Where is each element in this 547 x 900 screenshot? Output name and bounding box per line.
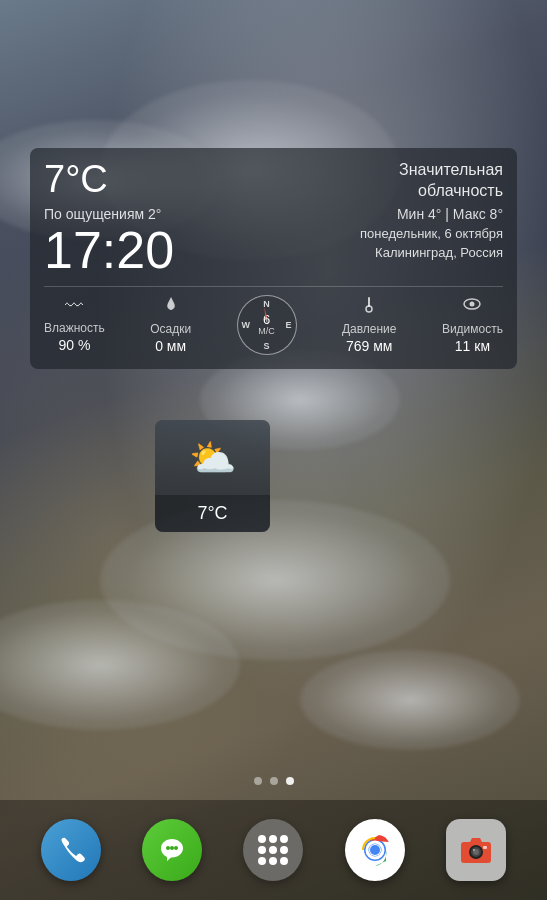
svg-rect-16 — [483, 846, 487, 849]
visibility-stat: Видимость 11 км — [442, 295, 503, 354]
phone-icon — [41, 819, 101, 881]
chrome-app[interactable] — [345, 820, 405, 880]
page-dot-1[interactable] — [254, 777, 262, 785]
weather-description: Значительная облачность — [343, 160, 503, 202]
pressure-icon — [360, 295, 378, 318]
all-apps[interactable] — [243, 820, 303, 880]
small-cloud-icon: ⛅ — [189, 436, 236, 480]
page-dot-3[interactable] — [286, 777, 294, 785]
compass-west: W — [242, 320, 251, 330]
humidity-stat: 〰 Влажность 90 % — [44, 296, 105, 353]
svg-point-10 — [370, 845, 380, 855]
feels-like: По ощущениям 2° — [44, 206, 161, 222]
svg-point-4 — [166, 846, 170, 850]
min-max-temp: Мин 4° | Макс 8° — [397, 206, 503, 222]
compass-south: S — [264, 341, 270, 351]
svg-point-3 — [470, 302, 475, 307]
svg-point-5 — [170, 846, 174, 850]
small-widget-temperature: 7°C — [155, 495, 270, 532]
svg-point-6 — [174, 846, 178, 850]
cloud-bg-6 — [300, 650, 520, 750]
svg-point-15 — [473, 849, 475, 851]
humidity-icon: 〰 — [65, 296, 83, 317]
apps-grid-icon — [243, 819, 303, 881]
precipitation-icon — [162, 295, 180, 318]
compass-east: E — [286, 320, 292, 330]
chrome-icon — [345, 819, 405, 881]
date-location: понедельник, 6 октября Калининград, Росс… — [360, 224, 503, 263]
page-dot-2[interactable] — [270, 777, 278, 785]
main-temperature: 7°C — [44, 160, 108, 198]
wind-compass: N S W E 6 М/С — [237, 295, 297, 355]
pressure-stat: Давление 769 мм — [342, 295, 397, 354]
weather-widget-small[interactable]: ⛅ 7°C — [155, 420, 270, 532]
phone-app[interactable] — [41, 820, 101, 880]
camera-icon — [446, 819, 506, 881]
page-indicators — [254, 777, 294, 785]
dock — [0, 800, 547, 900]
hangouts-icon — [142, 819, 202, 881]
small-widget-cloud-area: ⛅ — [155, 420, 270, 495]
weather-widget-large[interactable]: 7°C Значительная облачность По ощущениям… — [30, 148, 517, 369]
camera-app[interactable] — [446, 820, 506, 880]
hangouts-app[interactable] — [142, 820, 202, 880]
time-display: 17:20 — [44, 224, 174, 276]
visibility-icon — [463, 295, 481, 318]
precipitation-stat: Осадки 0 мм — [150, 295, 191, 354]
